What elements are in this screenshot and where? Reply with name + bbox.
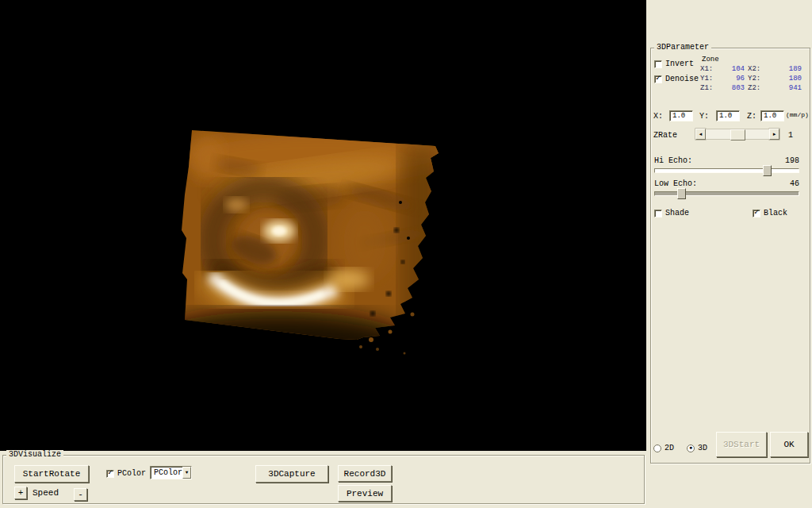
invert-checkbox[interactable]: Invert	[654, 60, 694, 68]
pcolor-checkbox[interactable]: ✓ PColor	[106, 469, 146, 478]
record3d-button[interactable]: Record3D	[338, 465, 392, 482]
ok-button[interactable]: OK	[770, 432, 808, 457]
black-checkbox-box[interactable]: ✓	[753, 210, 760, 217]
speed-label: Speed	[33, 488, 59, 498]
parameter-panel: 3DParameter Invert ✓ Denoise Zone X1: 10…	[646, 0, 812, 508]
zone-x1-label: X1:	[700, 65, 719, 75]
denoise-label: Denoise	[665, 75, 699, 83]
pcolor-checkbox-box[interactable]: ✓	[106, 470, 114, 478]
zrate-label: ZRate	[653, 131, 677, 140]
mode-2d-label: 2D	[665, 444, 674, 452]
visualize-groupbox: 3DVisualize StartRotate ✓ PColor PColor …	[2, 455, 645, 504]
zone-y2-label: Y2:	[748, 75, 776, 84]
pcolor-dropdown-button[interactable]: ▼	[182, 467, 191, 479]
3d-render-viewport[interactable]	[0, 0, 646, 451]
visualize-group-title: 3DVisualize	[6, 450, 63, 460]
pcolor-dropdown-value: PColor	[151, 467, 182, 479]
z-scale-input[interactable]: 1.0	[760, 110, 784, 121]
preview-button[interactable]: Preview	[338, 485, 392, 502]
black-checkbox[interactable]: ✓ Black	[753, 209, 787, 217]
zone-x2-value: 189	[776, 65, 805, 75]
mode-3d-radio[interactable]: ● 3D	[687, 444, 707, 452]
zrate-scrollbar[interactable]: ◄ ►	[695, 129, 779, 140]
hi-echo-slider-thumb[interactable]	[763, 165, 772, 176]
y-scale-input[interactable]: 1.0	[716, 110, 740, 121]
zone-x1-value: 104	[719, 65, 748, 75]
z-scale-label: Z:	[747, 112, 756, 121]
low-echo-slider-track[interactable]	[654, 191, 799, 196]
invert-checkbox-box[interactable]	[654, 60, 662, 68]
check-icon: ✓	[754, 210, 759, 216]
zone-y1-value: 96	[719, 75, 748, 84]
zrate-scroll-right-button[interactable]: ►	[769, 129, 779, 140]
radio-dot-icon: ●	[689, 445, 692, 451]
mode-2d-radio[interactable]: 2D	[653, 444, 674, 452]
zone-z1-value: 803	[719, 84, 748, 94]
app-window: 3DParameter Invert ✓ Denoise Zone X1: 10…	[0, 0, 812, 508]
y-scale-label: Y:	[699, 112, 709, 121]
shade-checkbox[interactable]: Shade	[654, 209, 689, 217]
parameter-group-title: 3DParameter	[654, 43, 711, 52]
scroll-left-icon: ◄	[699, 132, 703, 137]
scale-unit-label: (mm/p)	[786, 111, 809, 118]
zrate-scroll-track[interactable]	[706, 129, 769, 140]
3dstart-button[interactable]: 3DStart	[716, 432, 767, 457]
x-scale-value: 1.0	[672, 112, 685, 120]
mode-3d-label: 3D	[698, 444, 707, 452]
low-echo-value: 46	[790, 179, 799, 188]
pcolor-label: PColor	[117, 469, 146, 478]
y-scale-value: 1.0	[719, 112, 732, 120]
denoise-checkbox[interactable]: ✓ Denoise	[654, 75, 699, 83]
visualize-panel: 3DVisualize StartRotate ✓ PColor PColor …	[0, 451, 646, 508]
zone-x2-label: X2:	[748, 65, 776, 75]
shade-checkbox-box[interactable]	[654, 210, 662, 217]
invert-label: Invert	[665, 60, 694, 68]
hi-echo-label: Hi Echo:	[654, 156, 692, 165]
low-echo-label: Low Echo:	[654, 179, 697, 188]
speed-minus-button[interactable]: -	[74, 488, 87, 501]
mode-2d-radio-circle[interactable]	[653, 444, 661, 452]
zone-z2-label: Z2:	[748, 84, 776, 94]
chevron-down-icon: ▼	[186, 470, 189, 475]
3dcapture-button[interactable]: 3DCapture	[255, 465, 328, 483]
zone-label: Zone	[702, 56, 719, 64]
zrate-scroll-left-button[interactable]: ◄	[695, 129, 706, 140]
z-scale-value: 1.0	[764, 112, 776, 120]
hi-echo-slider-track[interactable]	[654, 168, 799, 173]
parameter-groupbox: 3DParameter Invert ✓ Denoise Zone X1: 10…	[650, 48, 810, 464]
zone-values: X1: 104 X2: 189 Y1: 96 Y2: 180 Z1: 803 Z…	[700, 65, 805, 94]
zone-z2-value: 941	[776, 84, 805, 94]
shade-label: Shade	[665, 209, 689, 217]
hi-echo-value: 198	[785, 156, 799, 165]
pcolor-dropdown[interactable]: PColor ▼	[150, 466, 192, 479]
low-echo-slider-thumb[interactable]	[677, 188, 686, 199]
mode-3d-radio-circle[interactable]: ●	[687, 444, 695, 452]
zone-z1-label: Z1:	[700, 84, 719, 94]
zone-y1-label: Y1:	[700, 75, 719, 84]
zrate-scroll-thumb[interactable]	[730, 129, 745, 140]
x-scale-input[interactable]: 1.0	[669, 110, 693, 121]
check-icon: ✓	[656, 75, 661, 82]
scroll-right-icon: ►	[773, 132, 776, 137]
ultrasound-volume-render	[0, 0, 646, 451]
zrate-value: 1	[788, 131, 793, 140]
speed-plus-button[interactable]: +	[14, 487, 27, 499]
check-icon: ✓	[108, 470, 113, 476]
denoise-checkbox-box[interactable]: ✓	[654, 75, 662, 83]
black-label: Black	[764, 209, 787, 217]
x-scale-label: X:	[653, 112, 663, 121]
start-rotate-button[interactable]: StartRotate	[14, 465, 89, 483]
zone-y2-value: 180	[776, 75, 805, 84]
